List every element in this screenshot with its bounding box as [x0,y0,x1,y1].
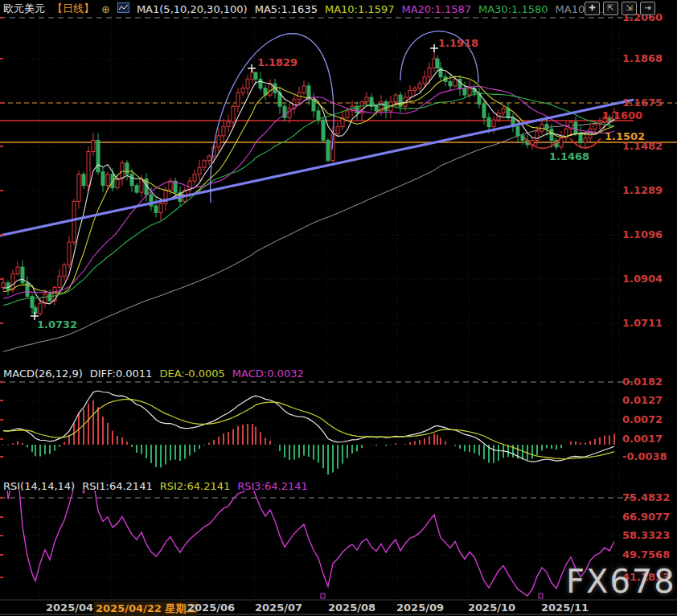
macd-hist-readout: MACD:0.0032 [232,368,304,380]
macd-axis-label: -0.0038 [622,450,667,462]
rsi-axis-label: 49.7568 [622,548,670,561]
axis-scale-icon[interactable]: ⇱ [603,2,618,15]
price-axis-label: 1.0711 [622,317,663,329]
ma-settings-label: MA1(5,10,20,30,100) [137,3,248,15]
chart-header: 欧元美元 【日线】 ⊕ MA1(5,10,20,30,100) MA5:1.16… [3,2,618,16]
time-axis-label-selected: 2025/04/22 星期二 [94,602,198,616]
rsi2-readout: RSI2:64.2141 [160,480,231,492]
macd-diff-readout: DIFF:0.0011 [90,368,153,380]
rsi-axis-label: 75.4832 [622,491,670,503]
time-axis-label: 2025/04 [46,602,93,614]
price-line-tag: 1.1502 [605,130,645,142]
time-axis-label: 2025/10 [468,602,515,614]
rsi3-readout: RSI3:64.2141 [237,480,308,492]
macd-axis-label: 0.0017 [622,433,663,445]
chart-toolbar: ✚⇱⇲⇥ [585,2,655,15]
price-axis-label: 1.1868 [622,52,663,64]
price-axis-label: 1.1289 [622,184,663,196]
time-axis-label: 2025/11 [541,602,589,614]
ma10-readout: MA10:1.1597 [325,3,395,15]
price-line-tag: 1.1600 [602,109,642,121]
rsi1-readout: RSI1:64.2141 [82,480,153,492]
rsi-header: RSI(14,14,14) RSI1:64.2141RSI2:64.2141RS… [3,480,308,492]
add-indicator-icon[interactable]: ⊕ [101,3,110,15]
low-price-annotation: 1.0732 [37,318,77,331]
macd-title: MACD(26,12,9) [3,368,83,380]
macd-dea-readout: DEA:-0.0005 [159,368,224,380]
peak-price-annotation: 1.1829 [257,56,297,68]
chart-type-icon[interactable] [117,2,129,15]
low-price-annotation: 1.1468 [549,150,589,162]
pan-icon[interactable]: ✚ [585,2,600,15]
price-axis-label: 1.1096 [622,228,663,240]
rsi-axis-label: 58.3323 [622,529,670,541]
watermark: FX678 [566,563,676,600]
ma20-readout: MA20:1.1587 [401,3,471,15]
chart-canvas[interactable] [0,0,677,616]
peak-price-annotation: 1.1918 [438,37,478,49]
chart-window: 欧元美元 【日线】 ⊕ MA1(5,10,20,30,100) MA5:1.16… [0,0,677,616]
axis-shift-icon[interactable]: ⇲ [622,2,637,15]
price-axis-label: 1.1675 [622,97,663,109]
period-label[interactable]: 【日线】 [52,2,94,16]
price-axis-label: 1.0904 [622,273,663,285]
macd-axis-label: 0.0127 [622,394,663,406]
time-axis-label: 2025/06 [187,602,235,614]
collapse-right-icon[interactable]: ⇥ [640,2,655,15]
time-axis-label: 2025/07 [255,602,302,614]
macd-axis-label: 0.0182 [622,376,663,388]
symbol-name: 欧元美元 [3,2,45,16]
rsi-title: RSI(14,14,14) [3,480,75,492]
macd-header: MACD(26,12,9) DIFF:0.0011DEA:-0.0005MACD… [3,368,304,380]
time-axis-label: 2025/08 [328,602,375,614]
time-axis-label: 2025/09 [396,602,444,614]
macd-axis-label: 0.0072 [622,413,663,425]
rsi-axis-label: 66.9077 [622,511,670,523]
ma5-readout: MA5:1.1635 [255,3,318,15]
ma30-readout: MA30:1.1580 [478,3,548,15]
